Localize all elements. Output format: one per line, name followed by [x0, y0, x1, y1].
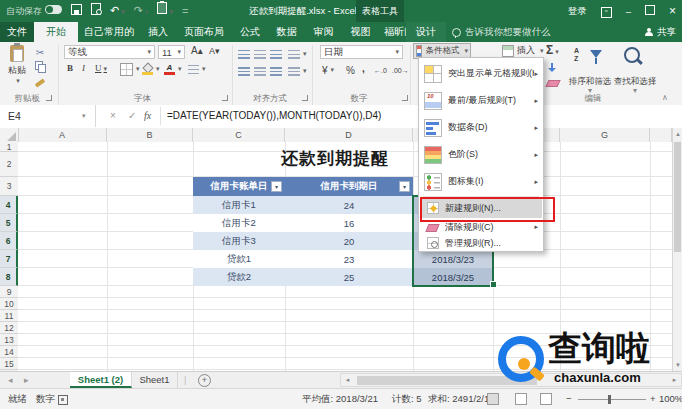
print-preview-icon[interactable]	[91, 0, 101, 22]
redo-icon[interactable]: ↷▾	[134, 0, 149, 23]
table-cell[interactable]: 20	[285, 232, 413, 250]
find-select-icon[interactable]	[616, 46, 650, 72]
row-header[interactable]: 3	[0, 177, 18, 196]
phonetic-guide-button[interactable]: ▾	[188, 61, 206, 77]
tab-home[interactable]: 开始	[34, 22, 78, 42]
enter-icon[interactable]: ✓	[128, 105, 136, 127]
formula-input[interactable]: =DATE(YEAR(TODAY()),MONTH(TODAY()),D4)	[167, 105, 381, 127]
zoom-slider[interactable]	[578, 399, 646, 400]
align-left-icon[interactable]	[238, 63, 250, 79]
menu-item-color-scales[interactable]: 色阶(S)▸	[420, 141, 542, 168]
increase-decimal-icon[interactable]: ←.0	[374, 62, 387, 78]
align-center-icon[interactable]	[254, 63, 266, 79]
align-right-icon[interactable]	[270, 63, 282, 79]
autosave-toggle[interactable]: 自动保存	[6, 5, 62, 18]
italic-button[interactable]: I	[82, 63, 85, 73]
tab-data[interactable]: 数据	[268, 22, 305, 42]
column-header[interactable]: B	[107, 128, 193, 142]
insert-function-icon[interactable]: fx	[144, 105, 151, 127]
dialog-launcher-icon[interactable]	[302, 95, 308, 101]
select-all-corner[interactable]	[0, 128, 19, 142]
copy-icon[interactable]	[35, 61, 45, 73]
scroll-up-icon[interactable]: ▲	[673, 128, 682, 140]
align-bottom-icon[interactable]	[270, 46, 282, 62]
decrease-font-icon[interactable]: A▾	[209, 46, 220, 56]
menu-item-data-bars[interactable]: 数据条(D)▸	[420, 114, 542, 141]
column-header[interactable]: G	[560, 128, 650, 142]
table-cell[interactable]: 25	[285, 268, 413, 286]
column-header[interactable]: A	[18, 128, 107, 142]
close-button[interactable]: ×	[669, 4, 676, 18]
prev-sheet-icon[interactable]: ◂	[8, 372, 13, 388]
column-header[interactable]	[650, 128, 672, 142]
align-top-icon[interactable]	[238, 46, 250, 62]
next-sheet-icon[interactable]: ▸	[24, 372, 29, 388]
sign-in-button[interactable]: 登录	[568, 5, 587, 18]
table-cell[interactable]: 24	[285, 196, 413, 214]
orientation-icon[interactable]: ▾	[288, 46, 307, 62]
tab-custom[interactable]: 自己常用的	[78, 22, 140, 42]
new-sheet-icon[interactable]: +	[198, 374, 211, 387]
fill-down-icon[interactable]	[547, 63, 557, 75]
underline-button[interactable]: U▾	[95, 63, 107, 73]
filter-icon[interactable]: ▾	[399, 181, 410, 192]
increase-font-icon[interactable]: A▴	[191, 45, 203, 56]
autosum-icon[interactable]: Σ▾	[546, 43, 559, 59]
clipboard-icon[interactable]: ▾	[157, 0, 173, 23]
column-header[interactable]: C	[193, 128, 285, 142]
row-header[interactable]: 5	[0, 214, 18, 232]
table-cell[interactable]: 贷款1	[193, 250, 285, 268]
fill-color-button[interactable]: ▾	[142, 61, 160, 77]
page-break-view-icon[interactable]	[540, 393, 552, 405]
table-cell[interactable]: 信用卡1	[193, 196, 285, 214]
tab-formulas[interactable]: 公式	[232, 22, 268, 42]
menu-item-icon-sets[interactable]: 图标集(I)▸	[420, 168, 542, 195]
table-cell[interactable]: 贷款2	[193, 268, 285, 286]
dialog-launcher-icon[interactable]	[222, 95, 228, 101]
menu-item-manage-rules[interactable]: 管理规则(R)...	[420, 235, 542, 251]
row-header[interactable]: 12	[0, 322, 18, 334]
decrease-decimal-icon[interactable]: .00→	[392, 62, 409, 78]
minimize-button[interactable]: –	[626, 6, 631, 17]
menu-item-highlight-cells[interactable]: 突出显示单元格规则(H)▸	[420, 60, 542, 87]
format-painter-icon[interactable]	[35, 77, 45, 87]
row-header[interactable]: 13	[0, 334, 18, 346]
share-button[interactable]: 共享	[645, 22, 676, 42]
align-middle-icon[interactable]	[254, 46, 266, 62]
font-color-button[interactable]: A▾	[164, 61, 182, 77]
row-header[interactable]: 14	[0, 346, 18, 358]
row-header[interactable]: 15	[0, 358, 18, 370]
zoom-in-icon[interactable]: +	[650, 389, 656, 409]
number-format-select[interactable]: 日期▾	[320, 45, 403, 59]
scroll-left-icon[interactable]: ◂	[341, 374, 354, 386]
customize-qat-icon[interactable]: =	[182, 0, 188, 22]
cut-icon[interactable]: ✂	[33, 47, 47, 59]
name-box[interactable]: E4 ▾	[0, 105, 96, 127]
table-header-cell[interactable]: 信用卡到期日	[285, 177, 413, 196]
menu-item-top-bottom[interactable]: 最前/最后规则(T)▸	[420, 87, 542, 114]
paste-button[interactable]: 粘贴 ▾	[4, 45, 30, 89]
filter-icon[interactable]: ▾	[271, 181, 282, 192]
page-layout-view-icon[interactable]	[515, 393, 527, 405]
insert-cells-button[interactable]: 插入 ▾	[502, 44, 544, 57]
percent-style-icon[interactable]: %	[346, 62, 355, 78]
dialog-launcher-icon[interactable]	[402, 95, 408, 101]
row-header[interactable]: 4	[0, 196, 18, 214]
row-header[interactable]: 2	[0, 152, 18, 177]
sheet-tab[interactable]: Sheet1	[132, 372, 178, 388]
accounting-format-icon[interactable]: ¥▾	[322, 62, 334, 78]
fill-handle[interactable]	[490, 281, 497, 288]
zoom-slider-thumb[interactable]	[608, 395, 611, 404]
table-cell[interactable]: 16	[285, 214, 413, 232]
ribbon-display-options-icon[interactable]: ^	[601, 5, 612, 18]
font-size-select[interactable]: 11▾	[158, 45, 185, 59]
table-cell[interactable]: 信用卡3	[193, 232, 285, 250]
undo-icon[interactable]: ↶▾	[110, 0, 125, 23]
tab-page-layout[interactable]: 页面布局	[176, 22, 232, 42]
merge-center-icon[interactable]: ▾	[288, 63, 307, 79]
font-name-select[interactable]: 等线▾	[64, 45, 155, 59]
row-header[interactable]: 8	[0, 268, 18, 286]
clear-icon[interactable]	[547, 79, 559, 89]
row-header[interactable]: 7	[0, 250, 18, 268]
row-header[interactable]: 9	[0, 286, 18, 298]
